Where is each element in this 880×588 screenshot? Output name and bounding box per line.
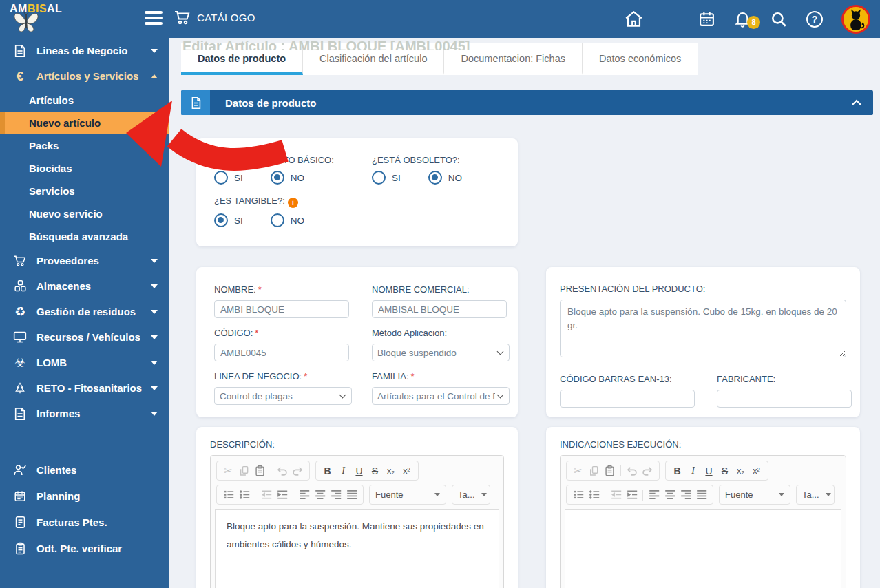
indent-icon[interactable]	[274, 487, 290, 503]
align-justify-icon[interactable]	[693, 487, 709, 503]
radio-obsoleto-no[interactable]	[428, 171, 442, 185]
linea-de-negocio-select[interactable]: Control de plagas	[214, 387, 352, 405]
align-center-icon[interactable]	[662, 487, 678, 503]
sidebar-subitem-busqueda-avanzada[interactable]: Búsqueda avanzada	[0, 225, 169, 248]
sidebar-item-planning[interactable]: Planning	[0, 483, 169, 509]
sidebar-item-articulos-y-servicios[interactable]: € Artículos y Servicios	[0, 63, 169, 89]
paste-icon[interactable]	[602, 463, 618, 479]
radio-tangible-si[interactable]	[214, 213, 228, 227]
sidebar-item-facturas-ptes[interactable]: Facturas Ptes.	[0, 509, 169, 535]
sidebar-subitem-articulos[interactable]: Artículos	[0, 89, 169, 112]
field-label: PRESENTACIÓN DEL PRODUCTO:	[560, 284, 846, 294]
indicaciones-editor-content[interactable]	[565, 509, 841, 588]
clipboard-history-toolbar-group: ✂	[216, 461, 310, 481]
bullet-list-icon[interactable]	[236, 487, 252, 503]
nombre-input[interactable]	[214, 300, 349, 318]
sidebar-item-proveedores[interactable]: Proveedores	[0, 248, 169, 273]
bold-button[interactable]: B	[669, 463, 685, 479]
info-icon[interactable]: i	[288, 198, 298, 208]
metodo-aplicacion-select[interactable]: Bloque suspendido	[372, 344, 510, 361]
nombre-comercial-input[interactable]	[372, 300, 507, 318]
sidebar-item-reto-fitosanitarios[interactable]: RETO - Fitosanitarios	[0, 375, 169, 401]
align-right-icon[interactable]	[328, 487, 344, 503]
collapse-chevron-icon[interactable]	[851, 99, 862, 106]
font-family-dropdown[interactable]: Fuente	[719, 485, 790, 505]
strikethrough-button[interactable]: S	[717, 463, 733, 479]
font-family-dropdown[interactable]: Fuente	[369, 485, 446, 505]
fabricante-input[interactable]	[717, 390, 852, 408]
outdent-icon[interactable]	[608, 487, 624, 503]
redo-icon[interactable]	[290, 463, 306, 479]
chevron-up-icon	[151, 74, 158, 78]
subscript-button[interactable]: x₂	[383, 463, 399, 479]
tab-datos-economicos[interactable]: Datos económicos	[583, 43, 698, 75]
paste-icon[interactable]	[252, 463, 268, 479]
calendar-icon[interactable]	[698, 10, 715, 28]
superscript-button[interactable]: x²	[748, 463, 764, 479]
sidebar-item-clientes[interactable]: Clientes	[0, 456, 169, 483]
align-justify-icon[interactable]	[344, 487, 359, 503]
align-right-icon[interactable]	[678, 487, 693, 503]
align-center-icon[interactable]	[312, 487, 328, 503]
notifications-bell-icon[interactable]: 8	[734, 10, 751, 28]
calendar-icon	[12, 490, 28, 503]
descripcion-editor-content[interactable]: Bloque apto para la suspensión. Mantiene…	[215, 509, 499, 588]
sidebar-item-gestion-de-residuos[interactable]: ♻ Gestión de residuos	[0, 299, 169, 324]
underline-button[interactable]: U	[351, 463, 367, 479]
radio-tangible-no[interactable]	[271, 213, 284, 227]
sidebar-subitem-biocidas[interactable]: Biocidas	[0, 157, 169, 180]
sidebar-item-informes[interactable]: Informes	[0, 401, 169, 426]
menu-toggle-button[interactable]	[145, 11, 163, 28]
indent-icon[interactable]	[624, 487, 640, 503]
boxes-icon	[12, 280, 28, 293]
ean13-input[interactable]	[560, 390, 695, 408]
italic-button[interactable]: I	[335, 463, 351, 479]
strikethrough-button[interactable]: S	[367, 463, 383, 479]
bullet-list-icon[interactable]	[586, 487, 602, 503]
radio-obsoleto-si[interactable]	[372, 171, 386, 185]
help-icon[interactable]: ?	[806, 11, 823, 28]
copy-icon[interactable]	[236, 463, 252, 479]
undo-icon[interactable]	[274, 463, 290, 479]
sidebar-item-almacenes[interactable]: Almacenes	[0, 273, 169, 299]
underline-button[interactable]: U	[701, 463, 717, 479]
field-label: LINEA DE NEGOCIO:*	[214, 371, 372, 381]
sidebar-item-recursos-vehiculos[interactable]: Recursos / Vehículos	[0, 324, 169, 350]
italic-button[interactable]: I	[685, 463, 701, 479]
sidebar-item-lomb[interactable]: ☣ LOMB	[0, 350, 169, 375]
sidebar-item-lineas-de-negocio[interactable]: Lineas de Negocio	[0, 38, 169, 63]
search-icon[interactable]	[770, 10, 788, 28]
familia-select[interactable]: Artículos para el Control de Pla	[372, 387, 510, 405]
radio-producto-basico-si[interactable]	[214, 171, 228, 185]
radio-producto-basico-no[interactable]	[271, 171, 284, 185]
sidebar-subitem-servicios[interactable]: Servicios	[0, 180, 169, 202]
cut-icon[interactable]: ✂	[220, 463, 236, 479]
home-icon[interactable]	[625, 10, 643, 28]
apps-grid-icon[interactable]	[662, 10, 680, 28]
font-size-dropdown[interactable]: Ta...	[796, 485, 835, 505]
catalog-nav[interactable]: CATÁLOGO	[174, 9, 255, 25]
chevron-down-icon	[339, 392, 346, 399]
field-label: CÓDIGO BARRAS EAN-13:	[560, 374, 695, 384]
superscript-button[interactable]: x²	[399, 463, 415, 479]
presentacion-textarea[interactable]: Bloque apto para la suspensión. Cubo de …	[560, 300, 846, 357]
align-left-icon[interactable]	[646, 487, 662, 503]
sidebar-item-odt-pte-verificar[interactable]: Odt. Pte. verificar	[0, 535, 169, 561]
sidebar-subitem-packs[interactable]: Packs	[0, 134, 169, 157]
align-left-icon[interactable]	[296, 487, 312, 503]
field-label: ¿ESTÁ OBSOLETO?:	[372, 155, 500, 165]
sidebar-subitem-nuevo-articulo[interactable]: Nuevo artículo	[0, 112, 169, 134]
redo-icon[interactable]	[640, 463, 656, 479]
font-size-dropdown[interactable]: Ta...	[452, 485, 490, 505]
user-avatar[interactable]	[841, 5, 870, 34]
codigo-input[interactable]	[214, 344, 349, 361]
undo-icon[interactable]	[624, 463, 640, 479]
ordered-list-icon[interactable]	[220, 487, 236, 503]
sidebar-subitem-nuevo-servicio[interactable]: Nuevo servicio	[0, 202, 169, 225]
subscript-button[interactable]: x₂	[733, 463, 748, 479]
copy-icon[interactable]	[586, 463, 602, 479]
ordered-list-icon[interactable]	[570, 487, 586, 503]
bold-button[interactable]: B	[319, 463, 335, 479]
cut-icon[interactable]: ✂	[570, 463, 586, 479]
outdent-icon[interactable]	[258, 487, 274, 503]
